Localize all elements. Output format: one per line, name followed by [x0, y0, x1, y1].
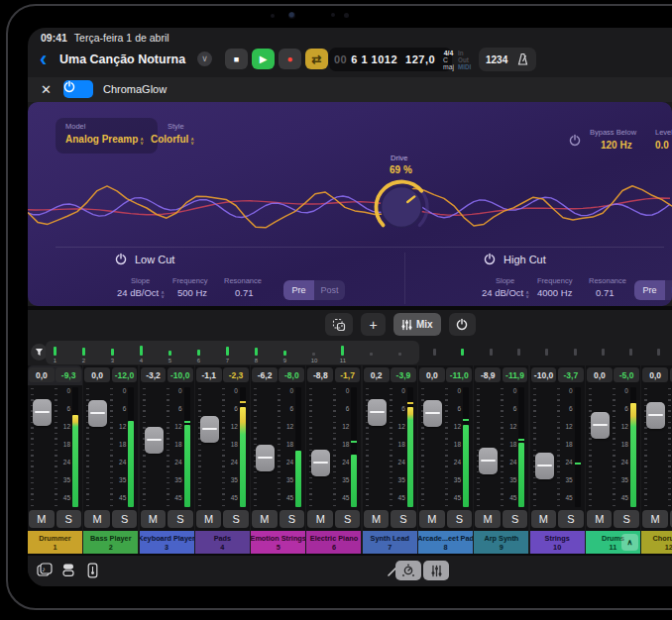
volume-readout[interactable]: 0,0	[642, 367, 668, 382]
slope-value[interactable]: 24 dB/Oct∧∨	[117, 287, 165, 298]
peak-readout[interactable]: -11,9	[503, 367, 528, 382]
mix-toggle-button[interactable]: Mix	[393, 313, 441, 336]
peak-readout[interactable]: -8,0	[279, 367, 304, 382]
volume-readout[interactable]: -1,1	[196, 367, 222, 382]
peak-readout[interactable]: -11,0	[446, 367, 472, 382]
level-value[interactable]: 0.0	[655, 140, 669, 151]
post-button[interactable]: Post	[665, 280, 672, 300]
volume-readout[interactable]: 0,0	[419, 367, 445, 382]
solo-button[interactable]: S	[223, 510, 249, 528]
peak-readout[interactable]: -12,0	[112, 367, 138, 382]
model-value[interactable]: Analog Preamp∧∨	[65, 134, 144, 145]
mute-button[interactable]: M	[531, 510, 557, 528]
lcd-display[interactable]: 00 6 1 1012 127,0 4/4 C maj In Out MIDI	[329, 48, 452, 71]
browser-icon[interactable]: ♪	[37, 563, 53, 577]
mute-button[interactable]: M	[29, 510, 55, 528]
volume-readout[interactable]: -6,2	[252, 367, 278, 382]
frequency-value[interactable]: 4000 Hz	[537, 287, 572, 298]
track-name-plate[interactable]: Synth Lead7	[363, 531, 417, 554]
select-copy-button[interactable]	[325, 313, 353, 336]
track-name-plate[interactable]: Drummer1	[28, 531, 82, 554]
close-icon[interactable]: ✕	[41, 82, 52, 97]
volume-readout[interactable]: 0,0	[587, 367, 613, 382]
solo-button[interactable]: S	[335, 510, 361, 528]
fader-strip-icon[interactable]	[87, 563, 98, 578]
mute-button[interactable]: M	[364, 510, 390, 528]
track-name-plate[interactable]: Pads4	[195, 531, 250, 554]
controls-view-button[interactable]	[395, 561, 421, 580]
peak-readout[interactable]: -5,0	[614, 367, 639, 382]
volume-readout[interactable]: -10,0	[531, 367, 557, 382]
play-button[interactable]: ▶	[252, 49, 275, 69]
mute-button[interactable]: M	[84, 510, 110, 528]
mute-button[interactable]: M	[642, 510, 668, 528]
plugins-icon[interactable]	[61, 563, 75, 577]
chevron-down-icon[interactable]: ∨	[197, 52, 212, 66]
resonance-value[interactable]: 0.71	[596, 287, 615, 298]
mixer-overview-window[interactable]: 1234567891011	[46, 341, 419, 364]
peak-readout[interactable]: -3,9	[391, 367, 416, 382]
bypass-value[interactable]: 120 Hz	[601, 140, 632, 151]
record-button[interactable]: ●	[279, 49, 301, 69]
style-value[interactable]: Colorful∧∨	[151, 134, 194, 145]
count-in-button[interactable]: 1234	[486, 54, 507, 65]
peak-readout[interactable]: -1,7	[335, 367, 361, 382]
solo-button[interactable]: S	[391, 510, 416, 528]
track-name-plate[interactable]: Electric Piano6	[306, 531, 361, 554]
fader-handle[interactable]	[535, 453, 554, 479]
fader-handle[interactable]	[145, 427, 164, 454]
mute-button[interactable]: M	[419, 510, 445, 528]
peak-readout[interactable]: -9,3	[56, 367, 81, 382]
bypass-power-icon[interactable]	[569, 134, 581, 147]
mute-button[interactable]: M	[196, 510, 222, 528]
mute-button[interactable]: M	[307, 510, 333, 528]
post-button[interactable]: Post	[314, 280, 345, 300]
pre-button[interactable]: Pre	[283, 280, 314, 300]
mute-button[interactable]: M	[252, 510, 278, 528]
solo-button[interactable]: S	[168, 510, 193, 528]
frequency-value[interactable]: 500 Hz	[177, 287, 207, 298]
fader-handle[interactable]	[646, 402, 665, 429]
stop-button[interactable]: ■	[225, 49, 248, 69]
volume-readout[interactable]: 0,0	[84, 367, 110, 382]
resonance-value[interactable]: 0.71	[235, 287, 254, 298]
fader-handle[interactable]	[256, 445, 275, 471]
fader-handle[interactable]	[423, 400, 442, 427]
peak-readout[interactable]: -3,7	[558, 367, 584, 382]
collapse-chevron-icon[interactable]: ∧	[621, 534, 638, 551]
peak-readout[interactable]: -2,3	[223, 367, 249, 382]
mixer-view-button[interactable]	[423, 561, 449, 580]
track-name-plate[interactable]: Arcade...eet Pad8	[418, 531, 473, 554]
fader-handle[interactable]	[33, 399, 52, 426]
pre-button[interactable]: Pre	[634, 280, 665, 300]
volume-readout[interactable]: -3,2	[141, 367, 167, 382]
back-icon[interactable]: ‹	[40, 47, 47, 72]
cycle-button[interactable]: ⇄	[305, 49, 328, 69]
high-cut-power-icon[interactable]	[484, 253, 496, 265]
mute-button[interactable]: M	[475, 510, 501, 528]
mute-button[interactable]: M	[141, 510, 167, 528]
mute-button[interactable]: M	[587, 510, 613, 528]
mixer-power-button[interactable]	[449, 313, 476, 336]
drive-knob[interactable]	[370, 175, 433, 239]
solo-button[interactable]: S	[614, 510, 639, 528]
solo-button[interactable]: S	[558, 510, 584, 528]
fader-handle[interactable]	[200, 416, 219, 443]
volume-readout[interactable]: -8,9	[475, 367, 501, 382]
fader-handle[interactable]	[479, 448, 498, 474]
fader-handle[interactable]	[88, 400, 107, 427]
volume-readout[interactable]: -8,8	[307, 367, 333, 382]
solo-button[interactable]: S	[112, 510, 138, 528]
volume-readout[interactable]: 0,0	[29, 367, 55, 382]
solo-button[interactable]: S	[56, 510, 82, 528]
peak-readout[interactable]: -10,0	[168, 367, 193, 382]
track-name-plate[interactable]: Strings10	[530, 531, 585, 554]
fader-handle[interactable]	[368, 399, 387, 426]
low-cut-power-icon[interactable]	[115, 253, 127, 265]
fader-handle[interactable]	[311, 450, 330, 476]
track-name-plate[interactable]: Arp Synth9	[474, 531, 528, 554]
fader-handle[interactable]	[591, 412, 610, 439]
metronome-icon[interactable]	[516, 52, 529, 66]
model-selector[interactable]: Model Analog Preamp∧∨	[56, 118, 158, 154]
track-name-plate[interactable]: Drums11∧	[586, 531, 640, 554]
